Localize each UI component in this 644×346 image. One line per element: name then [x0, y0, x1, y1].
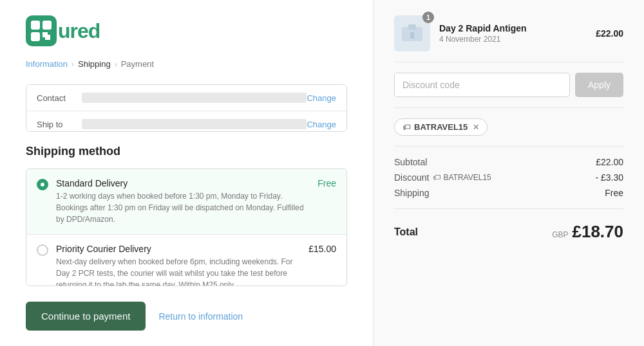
- discount-row: Apply: [394, 73, 623, 108]
- order-item: 1 Day 2 Rapid Antigen 4 November 2021 £2…: [394, 15, 623, 62]
- shipto-value-placeholder: [82, 119, 307, 129]
- priority-desc: Next-day delivery when booked before 6pm…: [56, 256, 301, 286]
- logo: ured: [26, 15, 347, 46]
- shipping-summary-label: Shipping: [394, 188, 430, 198]
- item-name: Day 2 Rapid Antigen: [439, 23, 587, 33]
- item-info: Day 2 Rapid Antigen 4 November 2021: [439, 23, 587, 44]
- total-row: Total GBP £18.70: [394, 222, 623, 242]
- discount-value: - £3.30: [595, 172, 623, 183]
- apply-button[interactable]: Apply: [575, 73, 623, 97]
- standard-name: Standard Delivery: [56, 178, 310, 188]
- discount-summary-label: Discount 🏷 BATRAVEL15: [394, 172, 491, 183]
- total-currency: GBP: [552, 230, 568, 239]
- return-information-button[interactable]: Return to information: [158, 311, 243, 322]
- discount-code-label: BATRAVEL15: [443, 173, 491, 182]
- item-image-wrap: 1: [394, 15, 430, 51]
- svg-rect-0: [26, 15, 57, 46]
- breadcrumb-sep-1: ›: [71, 60, 74, 69]
- total-label: Total: [394, 226, 418, 238]
- action-row: Continue to payment Return to informatio…: [26, 302, 347, 331]
- svg-rect-3: [43, 21, 52, 30]
- item-date: 4 November 2021: [439, 35, 587, 44]
- summary-rows: Subtotal £22.00 Discount 🏷 BATRAVEL15 - …: [394, 157, 623, 209]
- shipping-summary-row: Shipping Free: [394, 188, 623, 198]
- standard-desc: 1-2 working days when booked before 1:30…: [56, 190, 310, 225]
- breadcrumb-shipping: Shipping: [78, 59, 111, 69]
- tag-icon: 🏷: [402, 123, 410, 132]
- shipping-options: Standard Delivery 1-2 working days when …: [26, 168, 347, 286]
- shipping-section: Shipping method: [26, 142, 347, 158]
- discount-input[interactable]: [394, 73, 570, 97]
- contact-row-contact: Contact Change: [26, 85, 346, 111]
- svg-rect-2: [31, 32, 40, 41]
- contact-label: Contact: [37, 93, 82, 103]
- priority-details: Priority Courier Delivery Next-day deliv…: [56, 244, 301, 286]
- shipping-section-title: Shipping method: [26, 145, 347, 158]
- shipto-change-btn[interactable]: Change: [307, 120, 336, 129]
- total-value-wrap: GBP £18.70: [552, 222, 623, 242]
- standard-price: Free: [317, 178, 336, 188]
- item-price: £22.00: [596, 28, 623, 39]
- svg-rect-6: [410, 32, 414, 39]
- contact-change-btn[interactable]: Change: [307, 93, 336, 103]
- contact-row-shipto: Ship to Change: [26, 111, 346, 132]
- remove-code-button[interactable]: ✕: [473, 123, 479, 132]
- priority-name: Priority Courier Delivery: [56, 244, 301, 254]
- contact-value-placeholder: [82, 93, 307, 103]
- breadcrumb-information[interactable]: Information: [26, 59, 68, 69]
- continue-payment-button[interactable]: Continue to payment: [26, 302, 146, 331]
- item-image: [394, 15, 430, 51]
- right-panel: 1 Day 2 Rapid Antigen 4 November 2021 £2…: [374, 0, 644, 346]
- contact-card: Contact Change Ship to Change: [26, 84, 347, 132]
- radio-standard-inner: [41, 183, 44, 187]
- applied-code-tag: 🏷 BATRAVEL15 ✕: [394, 118, 488, 136]
- subtotal-row: Subtotal £22.00: [394, 157, 623, 167]
- breadcrumb-sep-2: ›: [115, 60, 117, 69]
- applied-code-label: BATRAVEL15: [414, 122, 468, 132]
- shipping-summary-value: Free: [605, 188, 623, 198]
- breadcrumb: Information › Shipping › Payment: [26, 59, 347, 69]
- shipping-option-priority[interactable]: Priority Courier Delivery Next-day deliv…: [26, 235, 346, 286]
- shipping-option-standard[interactable]: Standard Delivery 1-2 working days when …: [26, 169, 346, 235]
- radio-priority: [37, 244, 48, 256]
- left-panel: ured Information › Shipping › Payment Co…: [0, 0, 374, 346]
- priority-price: £15.00: [308, 244, 336, 254]
- discount-summary-row: Discount 🏷 BATRAVEL15 - £3.30: [394, 172, 623, 183]
- subtotal-label: Subtotal: [394, 157, 427, 167]
- shipto-label: Ship to: [37, 120, 82, 129]
- logo-text: ured: [58, 19, 100, 43]
- radio-standard: [37, 179, 48, 190]
- discount-tag-icon: 🏷: [433, 173, 440, 182]
- applied-codes: 🏷 BATRAVEL15 ✕: [394, 118, 623, 147]
- svg-rect-5: [408, 24, 416, 30]
- svg-rect-1: [31, 21, 40, 30]
- total-amount: £18.70: [572, 222, 623, 242]
- standard-details: Standard Delivery 1-2 working days when …: [56, 178, 310, 225]
- subtotal-value: £22.00: [596, 157, 623, 167]
- breadcrumb-payment: Payment: [121, 59, 154, 69]
